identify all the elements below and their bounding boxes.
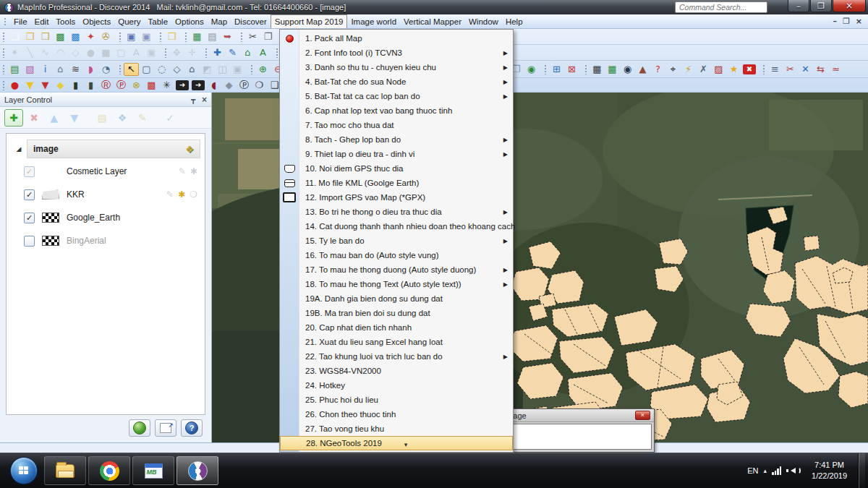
reshape-tool-icon[interactable]: ✥ bbox=[169, 46, 184, 59]
layer-style-override-button[interactable]: ❖ bbox=[113, 109, 132, 127]
layer-visibility-checkbox[interactable]: ✓ bbox=[24, 166, 35, 177]
message-body[interactable] bbox=[493, 424, 652, 450]
quick-run-icon[interactable]: ⚡ bbox=[681, 63, 696, 76]
symbol-record-icon[interactable]: ● bbox=[7, 79, 22, 92]
symbol-traffic-light-icon[interactable]: ▮ bbox=[68, 79, 83, 92]
close-panel-icon[interactable]: × bbox=[202, 95, 207, 104]
menu-item-22-tao-khung-luoi-va-trich-luc-ban-do[interactable]: 22. Tao khung luoi va trich luc ban do▶ bbox=[280, 349, 513, 364]
open-table-icon[interactable]: ❒ bbox=[22, 30, 38, 43]
unselect-all-icon[interactable]: ▣ bbox=[230, 63, 245, 76]
add-layer-button[interactable]: ✚ bbox=[4, 109, 23, 127]
menu-item-23-wgs84-vn2000[interactable]: 23. WGS84-VN2000 bbox=[280, 364, 513, 378]
menu-item-14-cat-duong-thanh-thanh-nhieu-doan-theo-khoang-cach[interactable]: 14. Cat duong thanh thanh nhieu doan the… bbox=[280, 219, 513, 234]
symbol-no-parking-sign-icon[interactable]: Ⓟ bbox=[114, 79, 129, 92]
taskbar-chrome-button[interactable] bbox=[88, 456, 130, 485]
marquee-select-icon[interactable]: ▢ bbox=[139, 63, 154, 76]
north-arrow-icon[interactable]: ◔ bbox=[98, 63, 114, 76]
cursor-grid-icon[interactable]: ⌖ bbox=[665, 63, 681, 76]
text-style-icon[interactable]: A bbox=[255, 46, 271, 59]
menubar-item-query[interactable]: Query bbox=[114, 14, 144, 28]
terrain-tool-icon[interactable]: ▲ bbox=[635, 63, 650, 76]
menubar-item-support-map-2019[interactable]: Support Map 2019 bbox=[271, 14, 348, 28]
polygon-select-icon[interactable]: ⌂ bbox=[184, 63, 200, 76]
menu-item-5-bat-tat-tat-ca-cac-lop-ban-do[interactable]: 5. Bat-Tat tat ca cac lop ban do▶ bbox=[280, 89, 513, 103]
menu-item-16-to-mau-ban-do-auto-style-vung[interactable]: 16. To mau ban do (Auto style vung) bbox=[280, 248, 513, 262]
print-icon[interactable]: ▤ bbox=[205, 30, 220, 43]
boundary-select-icon[interactable]: ◇ bbox=[169, 63, 184, 76]
menu-item-11-mo-file-kml-goolge-earth[interactable]: 11. Mo file KML (Goolge Earth) bbox=[280, 176, 513, 190]
menu-item-13-bo-tri-he-thong-o-dieu-tra-thuc-dia[interactable]: 13. Bo tri he thong o dieu tra thuc dia▶ bbox=[280, 205, 513, 219]
menu-item-1-pack-all-map[interactable]: 1. Pack all Map bbox=[280, 31, 513, 46]
expander-icon[interactable]: ◢ bbox=[11, 145, 27, 153]
symbol-shield-icon[interactable]: ◆ bbox=[221, 79, 237, 92]
arc-tool-icon[interactable]: ◠ bbox=[53, 46, 68, 59]
layer-visibility-button[interactable]: ▤ bbox=[93, 109, 111, 127]
menubar-item-tools[interactable]: Tools bbox=[52, 14, 79, 28]
layer-row-bingaerial[interactable]: BingAerial bbox=[7, 229, 205, 252]
menu-item-17-to-mau-he-thong-duong-auto-style-duong[interactable]: 17. To mau he thong duong (Auto style du… bbox=[280, 262, 513, 277]
image-adjust-icon[interactable]: ▨ bbox=[711, 63, 726, 76]
symbol-triangle-yellow-icon[interactable]: ▼ bbox=[22, 79, 38, 92]
menu-item-10-noi-diem-gps-thuc-dia[interactable]: 10. Noi diem GPS thuc dia bbox=[280, 161, 513, 176]
minimize-child-button[interactable]: – bbox=[833, 17, 837, 25]
message-close-button[interactable]: × bbox=[635, 411, 650, 420]
edit-layer-icon[interactable]: ✎ bbox=[179, 166, 186, 176]
rectangle-tool-icon[interactable]: ■ bbox=[98, 46, 114, 59]
remove-from-map-icon[interactable]: ⊠ bbox=[564, 63, 579, 76]
text-tool-icon[interactable]: A bbox=[129, 46, 144, 59]
taskbar-mapinfo-button[interactable] bbox=[176, 456, 218, 485]
new-browser-icon[interactable]: ❒ bbox=[164, 30, 179, 43]
menu-item-8-tach-ghep-lop-ban-do[interactable]: 8. Tach - Ghep lop ban do▶ bbox=[280, 132, 513, 147]
vertex-coordinates-icon[interactable]: ≡ bbox=[767, 63, 783, 76]
menubar-item-edit[interactable]: Edit bbox=[31, 14, 53, 28]
symbol-no-r-sign-icon[interactable]: Ⓡ bbox=[98, 79, 114, 92]
layer-nodes-button[interactable]: ✓ bbox=[161, 109, 179, 127]
grid-tool-icon[interactable]: ▦ bbox=[590, 63, 605, 76]
invert-selection-icon[interactable]: ◩ bbox=[200, 63, 215, 76]
network-signal-icon[interactable] bbox=[772, 466, 783, 475]
open-recent-icon[interactable]: ❒ bbox=[38, 30, 53, 43]
layer-visibility-checkbox[interactable]: ✓ bbox=[24, 213, 35, 223]
save-window-as-icon[interactable]: ▣ bbox=[139, 30, 154, 43]
symbol-tool-icon[interactable]: ✴ bbox=[7, 46, 22, 59]
taskbar-explorer-button[interactable] bbox=[44, 456, 86, 485]
symbol-triangle-red-icon[interactable]: ▼ bbox=[38, 79, 53, 92]
close-child-button[interactable]: × bbox=[856, 17, 862, 25]
menu-item-27-tao-vong-tieu-khu[interactable]: 27. Tao vong tieu khu bbox=[280, 421, 513, 436]
layer-zoom-icon[interactable]: ❍ bbox=[190, 189, 197, 200]
menubar-item-window[interactable]: Window bbox=[465, 14, 502, 28]
split-polyline-icon[interactable]: ✂ bbox=[783, 63, 798, 76]
symbol-crossed-circle-icon[interactable]: ⊗ bbox=[129, 79, 144, 92]
menu-item-3-danh-so-thu-tu-chuyen-kieu-chu[interactable]: 3. Danh so thu tu - chuyen kieu chu▶ bbox=[280, 60, 513, 74]
add-to-map-icon[interactable]: ⊞ bbox=[549, 63, 564, 76]
layer-labels-button[interactable]: ✎ bbox=[133, 109, 152, 127]
menubar-item-options[interactable]: Options bbox=[171, 14, 208, 28]
menubar-item-vertical-mapper[interactable]: Vertical Mapper bbox=[400, 14, 465, 28]
grid-style-icon[interactable]: ▦ bbox=[605, 63, 620, 76]
show-desktop-button[interactable] bbox=[858, 453, 865, 488]
legend-icon[interactable]: ◗ bbox=[83, 63, 98, 76]
symbol-arrow-sign-2-icon[interactable]: ➜ bbox=[192, 80, 205, 90]
symbol-boundary-1-icon[interactable]: ❍ bbox=[252, 79, 267, 92]
taskbar-mapbasic-button[interactable] bbox=[132, 456, 174, 485]
menubar-item-objects[interactable]: Objects bbox=[79, 14, 114, 28]
save-window-button[interactable] bbox=[155, 419, 176, 437]
menu-item-7-tao-moc-cho-thua-dat[interactable]: 7. Tao moc cho thua dat bbox=[280, 118, 513, 132]
layer-visibility-checkbox[interactable]: ✓ bbox=[24, 189, 35, 200]
menu-item-15-ty-le-ban-do[interactable]: 15. Ty le ban do▶ bbox=[280, 234, 513, 248]
menubar-item-image-world[interactable]: Image world bbox=[347, 14, 400, 28]
refresh-map-button[interactable] bbox=[129, 419, 150, 437]
symbol-arrow-sign-icon[interactable]: ➜ bbox=[176, 80, 189, 90]
menubar-item-discover[interactable]: Discover bbox=[231, 14, 271, 28]
add-node-tool-icon[interactable]: ✛ bbox=[184, 46, 200, 59]
menubar-item-table[interactable]: Table bbox=[145, 14, 172, 28]
open-dbms-icon[interactable]: ✦ bbox=[83, 30, 98, 43]
layer-effects-icon[interactable]: ✱ bbox=[178, 189, 185, 200]
globe-projection-icon[interactable]: ◉ bbox=[620, 63, 635, 76]
menu-item-24-hotkey[interactable]: 24. Hotkey bbox=[280, 378, 513, 393]
stop-tool-icon[interactable]: ✖ bbox=[743, 64, 756, 74]
title-bar[interactable]: MapInfo Professional - Discover 2014 Mai… bbox=[0, 0, 868, 14]
message-title-bar[interactable]: Message × bbox=[490, 409, 654, 422]
menu-item-12-import-gps-vao-map-gpx[interactable]: 12. Import GPS vao Map (*GPX) bbox=[280, 190, 513, 205]
layer-row-google-earth[interactable]: ✓Google_Earth bbox=[7, 206, 205, 229]
